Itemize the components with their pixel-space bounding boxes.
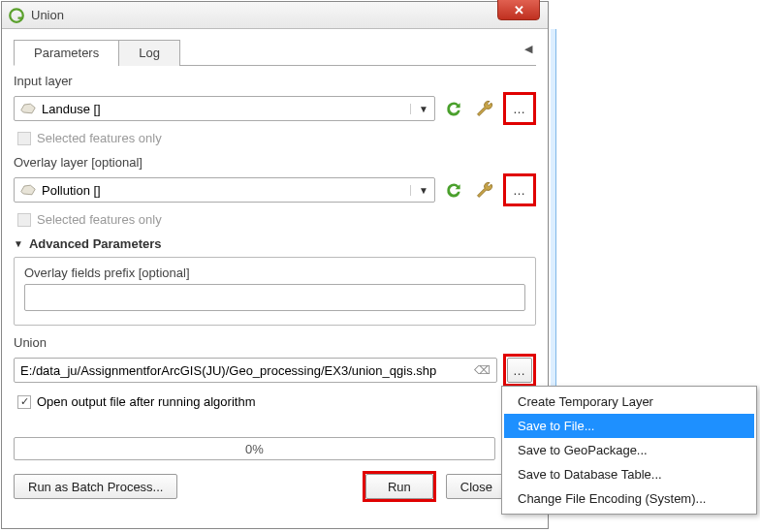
chevron-down-icon: ▼	[410, 104, 428, 114]
collapse-help-icon[interactable]: ◀	[524, 43, 532, 55]
progress-bar: 0%	[14, 437, 495, 460]
prefix-label: Overlay fields prefix [optional]	[24, 266, 525, 280]
background-panel-edge	[551, 29, 556, 397]
input-layer-value: Landuse []	[42, 102, 101, 116]
open-after-checkbox[interactable]: ✓	[17, 395, 31, 409]
menu-save-to-database-table[interactable]: Save to Database Table...	[504, 462, 754, 486]
input-selected-only-label: Selected features only	[37, 131, 162, 145]
browse-icon: …	[513, 183, 526, 198]
run-button[interactable]: Run	[365, 474, 433, 499]
union-dialog: Union ✕ Parameters Log ◀ Input layer Lan…	[1, 1, 549, 529]
input-selected-only-checkbox	[17, 132, 31, 145]
overlay-layer-value: Pollution []	[42, 183, 101, 198]
progress-text: 0%	[245, 442, 264, 456]
polygon-icon	[20, 103, 36, 114]
overlay-selected-only-checkbox	[17, 213, 31, 227]
button-row: Run as Batch Process... Run Close Help	[14, 471, 536, 502]
input-refresh-button[interactable]	[441, 96, 466, 121]
overlay-selected-only-label: Selected features only	[37, 212, 162, 227]
advanced-parameters-box: Overlay fields prefix [optional]	[14, 257, 536, 326]
run-button-highlight: Run	[363, 471, 436, 502]
menu-change-file-encoding[interactable]: Change File Encoding (System)...	[504, 486, 754, 511]
tab-parameters[interactable]: Parameters	[14, 40, 119, 66]
advanced-parameters-header[interactable]: ▼ Advanced Parameters	[14, 236, 536, 251]
menu-save-to-geopackage[interactable]: Save to GeoPackage...	[504, 438, 754, 462]
advanced-parameters-label: Advanced Parameters	[29, 236, 162, 251]
clear-icon[interactable]: ⌫	[474, 363, 491, 377]
dialog-body: Parameters Log ◀ Input layer Landuse [] …	[2, 29, 548, 528]
expand-triangle-icon: ▼	[14, 238, 23, 249]
overlay-selected-only-row: Selected features only	[17, 212, 536, 227]
input-layer-label: Input layer	[14, 74, 536, 88]
open-after-label: Open output file after running algorithm	[37, 394, 255, 409]
output-browse-button[interactable]: …	[507, 358, 532, 383]
tab-log[interactable]: Log	[118, 40, 180, 66]
svg-point-0	[10, 9, 23, 22]
run-batch-button[interactable]: Run as Batch Process...	[14, 474, 177, 499]
output-path-value: E:/data_ju/AssignmentforArcGIS(JU)/Geo_p…	[20, 363, 436, 378]
menu-save-to-file[interactable]: Save to File...	[504, 414, 754, 438]
progress-row: 0% Cancel	[14, 436, 536, 461]
overlay-layer-label: Overlay layer [optional]	[14, 155, 536, 170]
polygon-icon	[20, 184, 36, 196]
window-title: Union	[31, 8, 64, 22]
close-icon: ✕	[514, 3, 524, 17]
overlay-browse-highlight: …	[503, 173, 536, 206]
input-wrench-button[interactable]	[472, 96, 497, 121]
overlay-refresh-button[interactable]	[441, 177, 466, 203]
output-context-menu: Create Temporary Layer Save to File... S…	[501, 386, 757, 515]
output-path-row: E:/data_ju/AssignmentforArcGIS(JU)/Geo_p…	[14, 354, 536, 387]
wrench-icon	[475, 99, 494, 118]
overlay-layer-row: Pollution [] ▼ …	[14, 173, 536, 206]
overlay-browse-button[interactable]: …	[507, 177, 532, 203]
output-browse-highlight: …	[503, 354, 536, 387]
input-selected-only-row: Selected features only	[17, 131, 536, 145]
svg-rect-1	[18, 16, 23, 18]
input-layer-row: Landuse [] ▼ …	[14, 92, 536, 125]
browse-icon: …	[513, 102, 526, 116]
window-close-button[interactable]: ✕	[497, 0, 540, 20]
input-browse-button[interactable]: …	[507, 96, 532, 121]
open-after-row: ✓ Open output file after running algorit…	[17, 394, 536, 409]
input-browse-highlight: …	[503, 92, 536, 125]
overlay-wrench-button[interactable]	[472, 177, 497, 203]
output-label: Union	[14, 335, 536, 350]
refresh-icon	[444, 180, 463, 200]
close-button[interactable]: Close	[446, 474, 507, 499]
wrench-icon	[475, 180, 494, 200]
menu-create-temporary-layer[interactable]: Create Temporary Layer	[504, 390, 754, 414]
browse-icon: …	[513, 363, 526, 378]
tab-bar: Parameters Log ◀	[14, 39, 536, 66]
titlebar: Union ✕	[2, 2, 548, 29]
prefix-input[interactable]	[24, 284, 525, 311]
qgis-icon	[8, 7, 25, 24]
refresh-icon	[444, 99, 463, 118]
chevron-down-icon: ▼	[410, 185, 428, 196]
output-path-input[interactable]: E:/data_ju/AssignmentforArcGIS(JU)/Geo_p…	[14, 358, 497, 383]
input-layer-combo[interactable]: Landuse [] ▼	[14, 96, 435, 121]
overlay-layer-combo[interactable]: Pollution [] ▼	[14, 177, 435, 203]
